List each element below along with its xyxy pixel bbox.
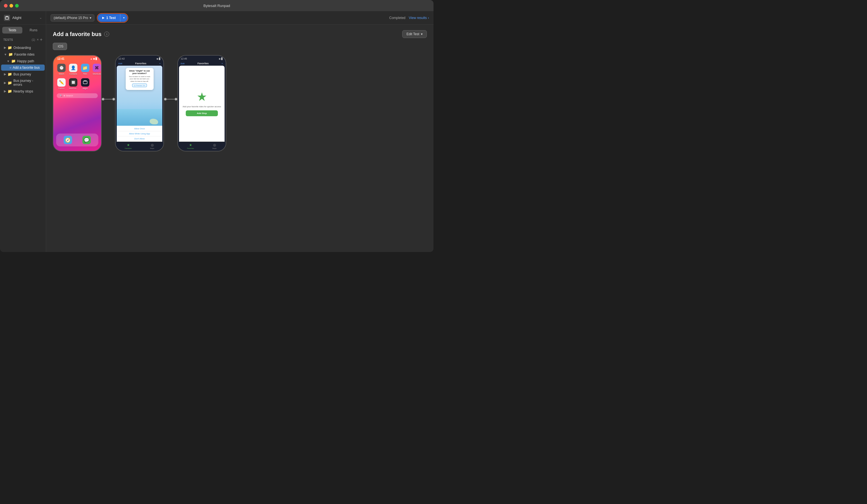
phone3-nav: Edit Favorites +	[178, 61, 226, 66]
app-window: Bytesalt Runpad Alight ⌄ Tests Runs	[0, 0, 434, 252]
test-icon: ≡	[10, 66, 11, 69]
sidebar-item-add-favorite-bus[interactable]: ≡ Add a favorite bus	[1, 65, 45, 71]
sidebar-item-label: Onboarding	[13, 46, 31, 50]
status-bar-1: 12:41 ▲ ◉ ▊	[53, 56, 101, 62]
chevron-down-icon: ▾	[421, 32, 422, 36]
folder-icon: 📁	[11, 59, 15, 63]
tab-runs[interactable]: Runs	[23, 27, 44, 33]
run-button-group: ▶ 1 Test ▾	[98, 14, 127, 22]
connector-circle	[174, 98, 178, 100]
star-empty-icon: ★	[197, 91, 207, 103]
view-results-button[interactable]: View results ›	[409, 16, 429, 20]
app-icon	[4, 15, 10, 21]
app-grid: ⌚ Watch 👤 Contacts 📁 Files	[53, 62, 101, 92]
edit-test-button[interactable]: Edit Test ▾	[402, 30, 427, 38]
sidebar-item-bus-journey[interactable]: ▶ 📁 Bus journey	[1, 71, 45, 77]
nav-favorites-label-3: Favorites	[187, 148, 194, 149]
chevron-right-icon: ▶	[4, 46, 6, 50]
notchover-icon: 🔲	[69, 78, 77, 87]
phone-screen-2: 12:42 ◉ ▊ Edit Favorites +	[115, 55, 164, 151]
run-btn-label: 1 Test	[106, 16, 116, 20]
dont-allow-btn[interactable]: Don't Allow	[117, 136, 162, 141]
device-selector[interactable]: (default) iPhone 15 Pro ▾	[51, 14, 94, 22]
right-panel: (default) iPhone 15 Pro ▾ ▶ 1 Test ▾ Com…	[46, 11, 434, 252]
sidebar-item-label: Favorite rides	[14, 53, 35, 56]
add-test-button[interactable]: +	[40, 37, 42, 42]
titlebar: Bytesalt Runpad	[0, 0, 434, 11]
folder-icon: 📁	[8, 81, 12, 85]
phone-screen-1: 12:41 ▲ ◉ ▊ ⌚ Watch 👤 Contacts	[53, 55, 102, 151]
maximize-button[interactable]	[15, 4, 19, 8]
nav-stops-label: Stops	[150, 148, 154, 149]
app-freeform: ✏️ Freeform	[57, 78, 66, 89]
allow-once-btn[interactable]: Allow Once	[117, 126, 162, 131]
run-dropdown-button[interactable]: ▾	[120, 14, 127, 22]
phone2-header: 12:42 ◉ ▊	[116, 56, 163, 61]
connector-2	[164, 98, 178, 109]
connector-line	[105, 99, 112, 99]
info-icon[interactable]: i	[104, 32, 109, 36]
sidebar-tree: ▶ 📁 Onboarding ▼ 📁 Favorite rides ▼ 📁 Ha…	[0, 44, 46, 252]
phone2-bottom-nav: ★ Favorites ◎ Stops	[116, 142, 163, 151]
chevron-right-icon: ›	[428, 16, 429, 20]
alight-icon	[81, 78, 89, 87]
stops-icon: ◎	[151, 143, 154, 147]
chevron-right-icon: ▶	[4, 72, 6, 76]
precise-icon: ◎	[134, 84, 136, 86]
nav-stops-3: ◎ Stops	[212, 143, 216, 149]
tests-label: TESTS	[3, 38, 30, 41]
top-bar: (default) iPhone 15 Pro ▾ ▶ 1 Test ▾ Com…	[46, 11, 434, 24]
sidebar-tabs: Tests Runs	[0, 24, 46, 36]
sidebar-item-favorite-rides[interactable]: ▼ 📁 Favorite rides	[1, 51, 45, 57]
platform-label: iOS	[58, 44, 63, 48]
safari-dock-icon: 🧭	[64, 136, 72, 144]
nav-favorites: ★ Favorites	[125, 143, 132, 149]
phone2-title: Favorites	[135, 62, 146, 65]
connector-line	[167, 99, 174, 99]
add-stop-button[interactable]: Add Stop	[186, 110, 217, 116]
status-time-1: 12:41	[57, 57, 65, 60]
test-title-bar: Add a favorite bus i Edit Test ▾	[53, 30, 427, 38]
permission-buttons: Allow Once Allow While Using App Don't A…	[117, 126, 162, 142]
close-button[interactable]	[4, 4, 8, 8]
run-button[interactable]: ▶ 1 Test	[98, 14, 120, 22]
sidebar-item-label: Bus journey	[13, 72, 31, 76]
phones-row: 12:41 ▲ ◉ ▊ ⌚ Watch 👤 Contacts	[53, 55, 427, 151]
map-visual	[117, 109, 162, 126]
app-files: 📁 Files	[81, 64, 89, 75]
permission-title: Allow "Alight" to use your location?	[128, 69, 151, 75]
messages-dock-icon: 💬	[82, 136, 91, 144]
tests-section-header: TESTS (1) × +	[0, 36, 46, 44]
connector-circle	[102, 98, 105, 100]
test-content: Add a favorite bus i Edit Test ▾ iOS	[46, 24, 434, 252]
sidebar-item-bus-journey-errors[interactable]: ▶ 📁 Bus journey - errors	[1, 78, 45, 88]
chevron-down-icon: ▼	[7, 60, 10, 63]
phone3-bottom-nav: ★ Favorites ◎ Stops	[178, 142, 226, 151]
connector-1	[102, 98, 115, 109]
minimize-button[interactable]	[10, 4, 13, 8]
device-label: (default) iPhone 15 Pro	[54, 16, 88, 20]
phone2-status-time: 12:42	[118, 57, 125, 60]
sidebar-item-happy-path[interactable]: ▼ 📁 Happy path	[1, 58, 45, 64]
tests-count: (1)	[32, 38, 35, 41]
files-icon: 📁	[81, 64, 89, 72]
phone3-header: 12:45 ◉ ▊	[178, 56, 226, 61]
nav-stops-label-3: Stops	[212, 148, 216, 149]
folder-icon: 📁	[8, 52, 13, 56]
sidebar-item-onboarding[interactable]: ▶ 📁 Onboarding	[1, 44, 45, 51]
sidebar-item-nearby-stops[interactable]: ▶ 📁 Nearby stops	[1, 88, 45, 94]
phone2-map: Allow "Alight" to use your location? You…	[117, 66, 162, 126]
nav-favorites-label: Favorites	[125, 148, 132, 149]
allow-while-btn[interactable]: Allow While Using App	[117, 131, 162, 136]
app-watch: ⌚ Watch	[57, 64, 66, 75]
app-contacts: 👤 Contacts	[69, 64, 78, 75]
close-tests-icon[interactable]: ×	[37, 38, 39, 42]
favorites-desc: Add your favorite rides for quicker acce…	[183, 105, 221, 108]
platform-badge: iOS	[53, 43, 67, 50]
completed-status: Completed	[389, 16, 405, 20]
tab-tests[interactable]: Tests	[2, 27, 22, 33]
chevron-right-icon: ▶	[4, 81, 6, 85]
window-title: Bytesalt Runpad	[203, 4, 230, 8]
sidebar-item-label: Happy path	[17, 59, 34, 63]
sidebar-item-label: Nearby stops	[13, 89, 33, 93]
